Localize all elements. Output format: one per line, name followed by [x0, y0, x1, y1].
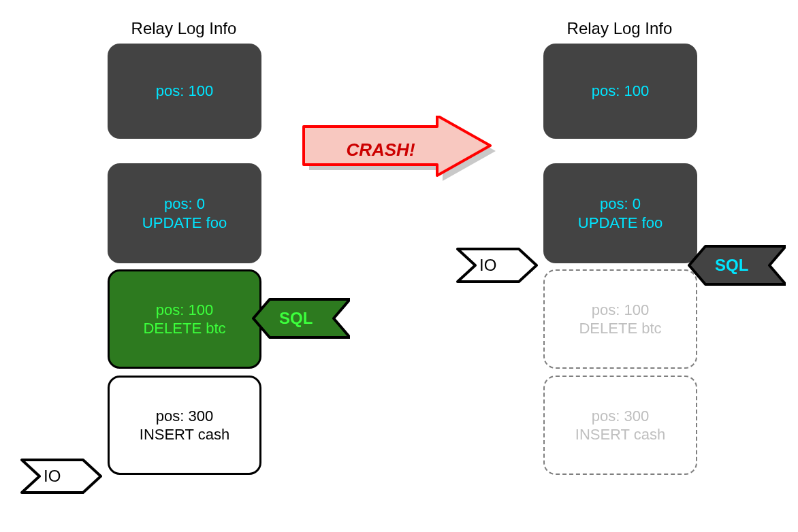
left-io-label: IO [44, 467, 61, 486]
crash-label: CRASH! [300, 116, 462, 184]
left-io-pointer: IO [20, 457, 102, 495]
right-block-1-line2: UPDATE foo [578, 214, 663, 233]
io-pointer-icon [20, 457, 102, 495]
right-sql-label: SQL [715, 256, 748, 275]
left-block-1-line1: pos: 0 [164, 195, 205, 214]
right-block-0: pos: 100 [543, 44, 697, 139]
svg-marker-1 [22, 460, 101, 493]
left-block-0: pos: 100 [108, 44, 261, 139]
right-block-3-line1: pos: 300 [592, 407, 649, 426]
right-block-3-line2: INSERT cash [575, 425, 665, 444]
svg-marker-4 [458, 249, 537, 282]
left-block-3-line2: INSERT cash [140, 425, 229, 444]
crash-arrow: CRASH! [300, 116, 497, 184]
left-block-0-line1: pos: 100 [156, 82, 213, 101]
left-block-3-line1: pos: 300 [156, 407, 213, 426]
left-title: Relay Log Info [102, 19, 266, 38]
io-pointer-icon [456, 246, 538, 284]
left-sql-pointer: SQL [252, 297, 350, 340]
left-block-2: pos: 100 DELETE btc [108, 269, 261, 369]
right-block-2-line2: DELETE btc [579, 319, 661, 338]
right-block-0-line1: pos: 100 [592, 82, 649, 101]
diagram-stage: Relay Log Info pos: 100 pos: 0 UPDATE fo… [0, 0, 798, 532]
right-block-1-line1: pos: 0 [600, 195, 641, 214]
right-io-label: IO [479, 256, 496, 275]
left-block-3: pos: 300 INSERT cash [108, 376, 261, 475]
left-block-2-line1: pos: 100 [156, 301, 213, 320]
left-block-1: pos: 0 UPDATE foo [108, 163, 261, 263]
right-block-2-line1: pos: 100 [592, 301, 649, 320]
left-block-2-line2: DELETE btc [143, 319, 225, 338]
right-sql-pointer: SQL [688, 244, 786, 287]
right-title: Relay Log Info [538, 19, 701, 38]
left-block-1-line2: UPDATE foo [142, 214, 227, 233]
right-io-pointer: IO [456, 246, 538, 284]
left-sql-label: SQL [279, 309, 313, 328]
right-block-2: pos: 100 DELETE btc [543, 269, 697, 369]
right-block-1: pos: 0 UPDATE foo [543, 163, 697, 263]
right-block-3: pos: 300 INSERT cash [543, 376, 697, 475]
